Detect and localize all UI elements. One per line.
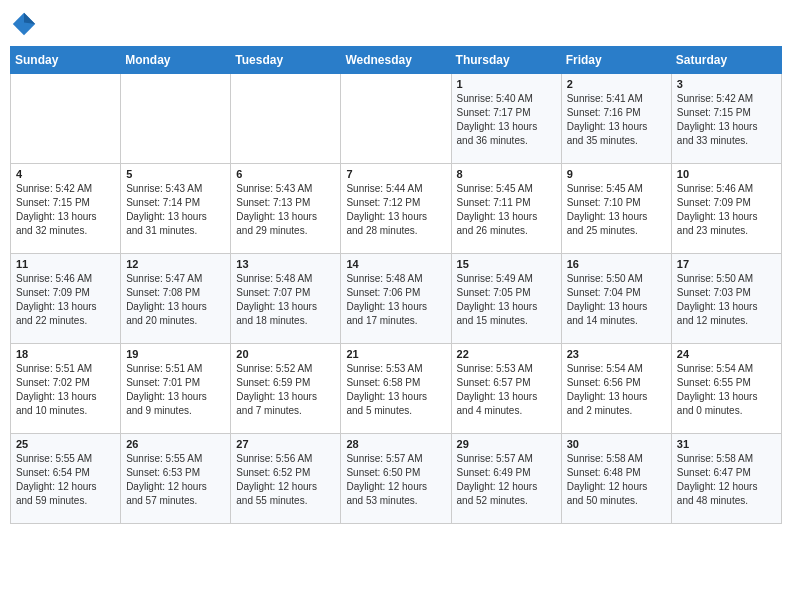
day-info: Sunrise: 5:57 AM Sunset: 6:49 PM Dayligh…: [457, 452, 556, 508]
day-number: 16: [567, 258, 666, 270]
day-header-monday: Monday: [121, 47, 231, 74]
day-number: 10: [677, 168, 776, 180]
calendar-cell: 31Sunrise: 5:58 AM Sunset: 6:47 PM Dayli…: [671, 434, 781, 524]
day-number: 24: [677, 348, 776, 360]
day-number: 28: [346, 438, 445, 450]
day-number: 9: [567, 168, 666, 180]
day-number: 18: [16, 348, 115, 360]
day-number: 26: [126, 438, 225, 450]
calendar-cell: 24Sunrise: 5:54 AM Sunset: 6:55 PM Dayli…: [671, 344, 781, 434]
day-info: Sunrise: 5:46 AM Sunset: 7:09 PM Dayligh…: [16, 272, 115, 328]
calendar-cell: [231, 74, 341, 164]
day-header-thursday: Thursday: [451, 47, 561, 74]
day-info: Sunrise: 5:52 AM Sunset: 6:59 PM Dayligh…: [236, 362, 335, 418]
day-info: Sunrise: 5:43 AM Sunset: 7:14 PM Dayligh…: [126, 182, 225, 238]
calendar-cell: 20Sunrise: 5:52 AM Sunset: 6:59 PM Dayli…: [231, 344, 341, 434]
day-number: 22: [457, 348, 556, 360]
calendar-cell: 15Sunrise: 5:49 AM Sunset: 7:05 PM Dayli…: [451, 254, 561, 344]
calendar-week-row: 25Sunrise: 5:55 AM Sunset: 6:54 PM Dayli…: [11, 434, 782, 524]
day-number: 11: [16, 258, 115, 270]
calendar-cell: 10Sunrise: 5:46 AM Sunset: 7:09 PM Dayli…: [671, 164, 781, 254]
page-header: [10, 10, 782, 38]
day-info: Sunrise: 5:45 AM Sunset: 7:10 PM Dayligh…: [567, 182, 666, 238]
calendar-week-row: 11Sunrise: 5:46 AM Sunset: 7:09 PM Dayli…: [11, 254, 782, 344]
day-number: 15: [457, 258, 556, 270]
day-info: Sunrise: 5:54 AM Sunset: 6:56 PM Dayligh…: [567, 362, 666, 418]
calendar-cell: 21Sunrise: 5:53 AM Sunset: 6:58 PM Dayli…: [341, 344, 451, 434]
day-header-sunday: Sunday: [11, 47, 121, 74]
calendar-cell: 27Sunrise: 5:56 AM Sunset: 6:52 PM Dayli…: [231, 434, 341, 524]
calendar-cell: 26Sunrise: 5:55 AM Sunset: 6:53 PM Dayli…: [121, 434, 231, 524]
calendar-cell: 30Sunrise: 5:58 AM Sunset: 6:48 PM Dayli…: [561, 434, 671, 524]
calendar-cell: 6Sunrise: 5:43 AM Sunset: 7:13 PM Daylig…: [231, 164, 341, 254]
day-number: 7: [346, 168, 445, 180]
calendar-cell: 14Sunrise: 5:48 AM Sunset: 7:06 PM Dayli…: [341, 254, 451, 344]
day-number: 4: [16, 168, 115, 180]
calendar-cell: 11Sunrise: 5:46 AM Sunset: 7:09 PM Dayli…: [11, 254, 121, 344]
calendar-cell: 1Sunrise: 5:40 AM Sunset: 7:17 PM Daylig…: [451, 74, 561, 164]
day-info: Sunrise: 5:42 AM Sunset: 7:15 PM Dayligh…: [16, 182, 115, 238]
calendar-cell: 25Sunrise: 5:55 AM Sunset: 6:54 PM Dayli…: [11, 434, 121, 524]
calendar-cell: 8Sunrise: 5:45 AM Sunset: 7:11 PM Daylig…: [451, 164, 561, 254]
calendar-week-row: 1Sunrise: 5:40 AM Sunset: 7:17 PM Daylig…: [11, 74, 782, 164]
calendar-cell: 2Sunrise: 5:41 AM Sunset: 7:16 PM Daylig…: [561, 74, 671, 164]
day-header-wednesday: Wednesday: [341, 47, 451, 74]
day-number: 3: [677, 78, 776, 90]
day-number: 1: [457, 78, 556, 90]
calendar-cell: 23Sunrise: 5:54 AM Sunset: 6:56 PM Dayli…: [561, 344, 671, 434]
day-number: 17: [677, 258, 776, 270]
day-info: Sunrise: 5:55 AM Sunset: 6:53 PM Dayligh…: [126, 452, 225, 508]
day-number: 29: [457, 438, 556, 450]
calendar-cell: 5Sunrise: 5:43 AM Sunset: 7:14 PM Daylig…: [121, 164, 231, 254]
day-info: Sunrise: 5:48 AM Sunset: 7:07 PM Dayligh…: [236, 272, 335, 328]
day-number: 20: [236, 348, 335, 360]
day-number: 2: [567, 78, 666, 90]
calendar-cell: 19Sunrise: 5:51 AM Sunset: 7:01 PM Dayli…: [121, 344, 231, 434]
calendar-table: SundayMondayTuesdayWednesdayThursdayFrid…: [10, 46, 782, 524]
day-info: Sunrise: 5:48 AM Sunset: 7:06 PM Dayligh…: [346, 272, 445, 328]
day-info: Sunrise: 5:40 AM Sunset: 7:17 PM Dayligh…: [457, 92, 556, 148]
day-number: 14: [346, 258, 445, 270]
calendar-cell: 18Sunrise: 5:51 AM Sunset: 7:02 PM Dayli…: [11, 344, 121, 434]
calendar-cell: 28Sunrise: 5:57 AM Sunset: 6:50 PM Dayli…: [341, 434, 451, 524]
day-info: Sunrise: 5:53 AM Sunset: 6:57 PM Dayligh…: [457, 362, 556, 418]
day-info: Sunrise: 5:43 AM Sunset: 7:13 PM Dayligh…: [236, 182, 335, 238]
calendar-cell: 4Sunrise: 5:42 AM Sunset: 7:15 PM Daylig…: [11, 164, 121, 254]
day-info: Sunrise: 5:57 AM Sunset: 6:50 PM Dayligh…: [346, 452, 445, 508]
day-info: Sunrise: 5:51 AM Sunset: 7:01 PM Dayligh…: [126, 362, 225, 418]
day-info: Sunrise: 5:45 AM Sunset: 7:11 PM Dayligh…: [457, 182, 556, 238]
day-info: Sunrise: 5:46 AM Sunset: 7:09 PM Dayligh…: [677, 182, 776, 238]
calendar-cell: 22Sunrise: 5:53 AM Sunset: 6:57 PM Dayli…: [451, 344, 561, 434]
day-info: Sunrise: 5:50 AM Sunset: 7:04 PM Dayligh…: [567, 272, 666, 328]
day-info: Sunrise: 5:54 AM Sunset: 6:55 PM Dayligh…: [677, 362, 776, 418]
day-header-tuesday: Tuesday: [231, 47, 341, 74]
calendar-cell: [341, 74, 451, 164]
day-info: Sunrise: 5:58 AM Sunset: 6:47 PM Dayligh…: [677, 452, 776, 508]
calendar-cell: 9Sunrise: 5:45 AM Sunset: 7:10 PM Daylig…: [561, 164, 671, 254]
day-info: Sunrise: 5:49 AM Sunset: 7:05 PM Dayligh…: [457, 272, 556, 328]
calendar-cell: [11, 74, 121, 164]
day-info: Sunrise: 5:44 AM Sunset: 7:12 PM Dayligh…: [346, 182, 445, 238]
calendar-cell: 12Sunrise: 5:47 AM Sunset: 7:08 PM Dayli…: [121, 254, 231, 344]
calendar-week-row: 4Sunrise: 5:42 AM Sunset: 7:15 PM Daylig…: [11, 164, 782, 254]
calendar-cell: 7Sunrise: 5:44 AM Sunset: 7:12 PM Daylig…: [341, 164, 451, 254]
day-number: 21: [346, 348, 445, 360]
day-info: Sunrise: 5:55 AM Sunset: 6:54 PM Dayligh…: [16, 452, 115, 508]
calendar-cell: [121, 74, 231, 164]
day-number: 23: [567, 348, 666, 360]
day-info: Sunrise: 5:47 AM Sunset: 7:08 PM Dayligh…: [126, 272, 225, 328]
svg-marker-1: [24, 13, 35, 24]
logo: [10, 10, 42, 38]
day-number: 27: [236, 438, 335, 450]
calendar-cell: 16Sunrise: 5:50 AM Sunset: 7:04 PM Dayli…: [561, 254, 671, 344]
day-number: 12: [126, 258, 225, 270]
day-info: Sunrise: 5:51 AM Sunset: 7:02 PM Dayligh…: [16, 362, 115, 418]
day-number: 30: [567, 438, 666, 450]
day-info: Sunrise: 5:41 AM Sunset: 7:16 PM Dayligh…: [567, 92, 666, 148]
day-header-saturday: Saturday: [671, 47, 781, 74]
logo-icon: [10, 10, 38, 38]
calendar-cell: 29Sunrise: 5:57 AM Sunset: 6:49 PM Dayli…: [451, 434, 561, 524]
calendar-cell: 3Sunrise: 5:42 AM Sunset: 7:15 PM Daylig…: [671, 74, 781, 164]
day-info: Sunrise: 5:53 AM Sunset: 6:58 PM Dayligh…: [346, 362, 445, 418]
day-info: Sunrise: 5:50 AM Sunset: 7:03 PM Dayligh…: [677, 272, 776, 328]
